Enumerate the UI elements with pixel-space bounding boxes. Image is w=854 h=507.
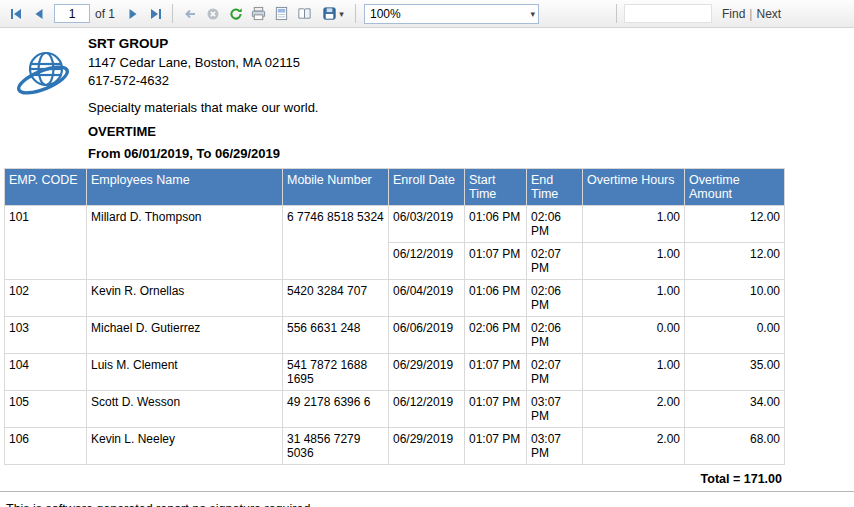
employee-name-cell: Millard D. Thompson: [87, 206, 283, 280]
enroll-date-cell: 06/29/2019: [389, 354, 465, 391]
table-row: 105Scott D. Wesson49 2178 6396 606/12/20…: [5, 391, 785, 428]
column-header: Employees Name: [87, 169, 283, 206]
viewer-bottom-edge: [0, 491, 854, 492]
overtime-amount-cell: 10.00: [685, 280, 785, 317]
employee-name-cell: Michael D. Gutierrez: [87, 317, 283, 354]
export-button[interactable]: ▾: [316, 3, 350, 25]
mobile-number-cell: 541 7872 1688 1695: [283, 354, 389, 391]
next-page-button[interactable]: [121, 3, 144, 25]
printer-icon: [251, 6, 266, 21]
report-page: SRT GROUP 1147 Cedar Lane, Boston, MA 02…: [0, 28, 854, 499]
employee-name-cell: Luis M. Clement: [87, 354, 283, 391]
employee-name-cell: Scott D. Wesson: [87, 391, 283, 428]
column-header: Start Time: [465, 169, 527, 206]
enroll-date-cell: 06/06/2019: [389, 317, 465, 354]
overtime-hours-cell: 2.00: [583, 428, 685, 465]
table-body: 101Millard D. Thompson6 7746 8518 532406…: [5, 206, 785, 465]
page-setup-button[interactable]: [293, 3, 316, 25]
first-page-button[interactable]: [4, 3, 27, 25]
last-page-icon: [149, 7, 163, 21]
overtime-hours-cell: 0.00: [583, 317, 685, 354]
end-time-cell: 02:07 PM: [527, 354, 583, 391]
report-title: OVERTIME: [88, 124, 854, 139]
stop-button[interactable]: [201, 3, 224, 25]
zoom-value: 100%: [370, 7, 528, 21]
overtime-hours-cell: 1.00: [583, 206, 685, 243]
table-row: 102Kevin R. Ornellas5420 3284 70706/04/2…: [5, 280, 785, 317]
next-page-icon: [126, 7, 140, 21]
column-header: Overtime Hours: [583, 169, 685, 206]
signature-note: This is software generated report no sig…: [6, 502, 854, 507]
page-setup-icon: [297, 6, 312, 21]
export-dropdown-caret-icon: ▾: [339, 9, 344, 19]
report-toolbar: of 1 ▾ 100% ▾ Find | Next: [0, 0, 854, 28]
overtime-hours-cell: 1.00: [583, 354, 685, 391]
emp-code-cell: 101: [5, 206, 87, 280]
toolbar-separator: [172, 4, 173, 23]
emp-code-cell: 103: [5, 317, 87, 354]
stop-icon: [206, 7, 220, 21]
employee-name-cell: Kevin R. Ornellas: [87, 280, 283, 317]
end-time-cell: 02:07 PM: [527, 243, 583, 280]
start-time-cell: 01:07 PM: [465, 428, 527, 465]
enroll-date-cell: 06/12/2019: [389, 243, 465, 280]
emp-code-cell: 102: [5, 280, 87, 317]
overtime-hours-cell: 2.00: [583, 391, 685, 428]
company-tagline: Specialty materials that make our world.: [88, 100, 854, 115]
mobile-number-cell: 31 4856 7279 5036: [283, 428, 389, 465]
start-time-cell: 01:07 PM: [465, 354, 527, 391]
end-time-cell: 02:06 PM: [527, 206, 583, 243]
table-row: 103Michael D. Gutierrez556 6631 24806/06…: [5, 317, 785, 354]
table-header-row: EMP. CODEEmployees NameMobile NumberEnro…: [5, 169, 785, 206]
overtime-hours-cell: 1.00: [583, 243, 685, 280]
company-name: SRT GROUP: [88, 36, 854, 51]
end-time-cell: 02:06 PM: [527, 317, 583, 354]
emp-code-cell: 106: [5, 428, 87, 465]
back-button[interactable]: [178, 3, 201, 25]
find-button[interactable]: Find: [718, 7, 749, 21]
last-page-button[interactable]: [144, 3, 167, 25]
next-result-button[interactable]: Next: [752, 7, 785, 21]
enroll-date-cell: 06/29/2019: [389, 428, 465, 465]
zoom-caret-icon: ▾: [530, 9, 535, 19]
start-time-cell: 01:06 PM: [465, 206, 527, 243]
company-logo-globe-icon: [12, 44, 76, 108]
print-layout-icon: [274, 6, 289, 21]
end-time-cell: 03:07 PM: [527, 428, 583, 465]
toolbar-separator: [616, 4, 617, 23]
page-count-label: of 1: [95, 7, 115, 21]
report-date-range: From 06/01/2019, To 06/29/2019: [88, 146, 854, 161]
mobile-number-cell: 556 6631 248: [283, 317, 389, 354]
zoom-dropdown[interactable]: 100% ▾: [364, 4, 539, 24]
enroll-date-cell: 06/12/2019: [389, 391, 465, 428]
end-time-cell: 02:06 PM: [527, 280, 583, 317]
end-time-cell: 03:07 PM: [527, 391, 583, 428]
overtime-amount-cell: 12.00: [685, 206, 785, 243]
find-input[interactable]: [624, 4, 712, 23]
column-header: Overtime Amount: [685, 169, 785, 206]
overtime-amount-cell: 12.00: [685, 243, 785, 280]
back-arrow-icon: [183, 7, 197, 21]
table-row: 106Kevin L. Neeley31 4856 7279 503606/29…: [5, 428, 785, 465]
enroll-date-cell: 06/03/2019: [389, 206, 465, 243]
column-header: Enroll Date: [389, 169, 465, 206]
start-time-cell: 01:07 PM: [465, 243, 527, 280]
overtime-amount-cell: 0.00: [685, 317, 785, 354]
table-row: 104Luis M. Clement541 7872 1688 169506/2…: [5, 354, 785, 391]
emp-code-cell: 105: [5, 391, 87, 428]
page-number-input[interactable]: [54, 4, 90, 23]
company-address: 1147 Cedar Lane, Boston, MA 02115: [88, 55, 854, 70]
overtime-amount-cell: 34.00: [685, 391, 785, 428]
employee-name-cell: Kevin L. Neeley: [87, 428, 283, 465]
toolbar-separator: [355, 4, 356, 23]
start-time-cell: 01:06 PM: [465, 280, 527, 317]
start-time-cell: 01:07 PM: [465, 391, 527, 428]
column-header: EMP. CODE: [5, 169, 87, 206]
print-layout-button[interactable]: [270, 3, 293, 25]
print-button[interactable]: [247, 3, 270, 25]
overtime-amount-cell: 35.00: [685, 354, 785, 391]
mobile-number-cell: 5420 3284 707: [283, 280, 389, 317]
refresh-button[interactable]: [224, 3, 247, 25]
prev-page-button[interactable]: [27, 3, 50, 25]
refresh-icon: [229, 7, 243, 21]
